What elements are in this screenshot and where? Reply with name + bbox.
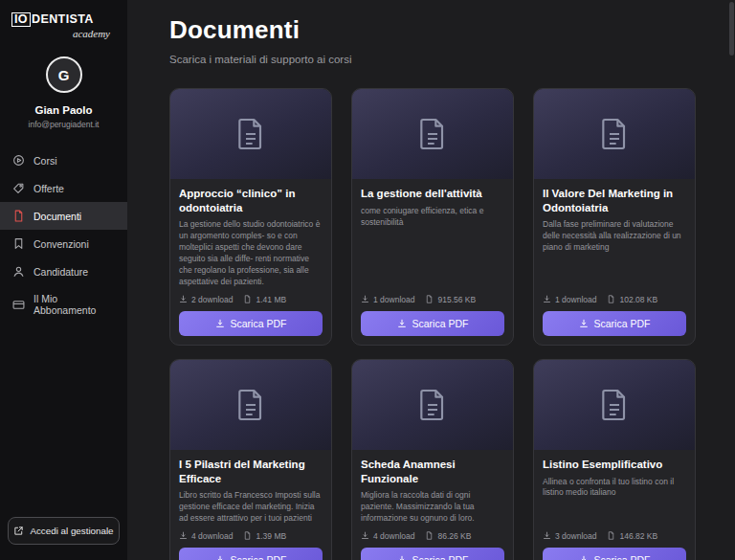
download-icon	[215, 555, 225, 560]
document-title: Scheda Anamnesi Funzionale	[361, 458, 504, 485]
download-count-text: 1 download	[555, 295, 596, 304]
file-preview-icon	[595, 386, 634, 424]
brand-logo-academy: academy	[11, 28, 116, 39]
file-size: 1.39 MB	[243, 531, 286, 541]
file-size: 1.41 MB	[243, 295, 286, 304]
file-size-text: 915.56 KB	[437, 295, 476, 304]
scrollbar[interactable]	[729, 2, 734, 56]
file-preview-icon	[232, 386, 270, 424]
sidebar-item-candidature[interactable]: Candidature	[0, 258, 127, 285]
document-thumbnail	[170, 360, 331, 450]
user-profile: G Gian Paolo info@perugiadent.it	[0, 43, 127, 146]
file-size: 86.26 KB	[425, 531, 471, 541]
scarica-pdf-button[interactable]: Scarica PDF	[361, 548, 504, 560]
scarica-pdf-label: Scarica PDF	[231, 318, 287, 329]
document-title: Il Valore Del Marketing in Odontoiatria	[543, 187, 686, 214]
document-meta: 4 download 1.39 MB	[179, 531, 323, 541]
scarica-pdf-label: Scarica PDF	[412, 318, 469, 329]
document-meta: 1 download 102.08 KB	[543, 295, 686, 304]
card-body: Scheda Anamnesi Funzionale Migliora la r…	[352, 450, 513, 560]
user-email: info@perugiadent.it	[6, 120, 122, 129]
documents-grid: Approccio “clinico” in odontoiatria La g…	[169, 88, 716, 560]
file-icon	[607, 531, 615, 540]
accedi-gestionale-button[interactable]: Accedi al gestionale	[8, 517, 120, 545]
download-count: 3 download	[543, 531, 596, 541]
document-description: Dalla fase preliminare di valutazione de…	[543, 219, 686, 287]
file-icon	[425, 531, 434, 540]
download-icon	[579, 555, 589, 560]
sidebar-item-corsi[interactable]: Corsi	[0, 146, 127, 174]
file-size-text: 1.39 MB	[256, 531, 286, 541]
external-link-icon	[13, 526, 24, 536]
download-icon	[543, 295, 551, 303]
card-body: Il Valore Del Marketing in Odontoiatria …	[534, 179, 695, 345]
download-count-text: 4 download	[191, 531, 233, 541]
download-count-text: 2 download	[191, 295, 233, 304]
file-size-text: 102.08 KB	[619, 295, 657, 304]
scarica-pdf-button[interactable]: Scarica PDF	[179, 311, 323, 336]
main-content: Documenti Scarica i materiali di support…	[127, 0, 735, 560]
download-count-text: 1 download	[373, 295, 414, 304]
brand-logo: IODENTISTA academy	[0, 0, 127, 43]
sidebar-item-documenti[interactable]: Documenti	[0, 202, 127, 230]
logo-io-box: IO	[11, 12, 31, 27]
document-title: I 5 Pilastri del Marketing Efficace	[179, 458, 323, 485]
file-size-text: 146.82 KB	[619, 531, 657, 541]
document-description: La gestione dello studio odontoiatrico è…	[179, 219, 323, 287]
app-window: IODENTISTA academy G Gian Paolo info@per…	[0, 0, 735, 560]
play-icon	[12, 154, 25, 167]
file-icon	[425, 295, 434, 303]
sidebar-item-label: Convenzioni	[33, 238, 89, 250]
file-size-text: 86.26 KB	[437, 531, 471, 541]
user-name: Gian Paolo	[6, 104, 122, 116]
document-card: Il Valore Del Marketing in Odontoiatria …	[533, 88, 696, 346]
scarica-pdf-label: Scarica PDF	[412, 554, 469, 560]
download-icon	[361, 531, 369, 540]
download-icon	[397, 319, 407, 328]
download-icon	[579, 319, 589, 328]
download-icon	[179, 295, 188, 303]
download-icon	[543, 531, 551, 540]
sidebar-item-offerte[interactable]: Offerte	[0, 174, 127, 202]
scarica-pdf-button[interactable]: Scarica PDF	[543, 548, 686, 560]
document-meta: 2 download 1.41 MB	[179, 295, 323, 304]
logo-rest: DENTISTA	[32, 12, 94, 26]
avatar: G	[46, 56, 82, 93]
download-count: 2 download	[179, 295, 233, 304]
document-title: La gestione dell'attività	[361, 187, 504, 201]
sidebar-item-convenzioni[interactable]: Convenzioni	[0, 230, 127, 258]
document-title: Approccio “clinico” in odontoiatria	[179, 187, 323, 214]
page-title: Documenti	[169, 15, 716, 45]
scarica-pdf-button[interactable]: Scarica PDF	[543, 311, 686, 336]
download-icon	[397, 555, 407, 560]
brand-logo-text: IODENTISTA	[11, 12, 116, 27]
file-size: 915.56 KB	[425, 295, 476, 304]
document-meta: 1 download 915.56 KB	[361, 295, 504, 304]
accedi-gestionale-label: Accedi al gestionale	[30, 526, 113, 536]
card-body: Listino Esemplificativo Allinea o confro…	[534, 450, 695, 560]
download-icon	[215, 319, 225, 328]
document-card: La gestione dell'attività come coniugare…	[351, 88, 514, 346]
sidebar-item-abbonamento[interactable]: Il Mio Abbonamento	[0, 285, 127, 324]
download-count-text: 3 download	[555, 531, 596, 541]
document-meta: 3 download 146.82 KB	[543, 531, 686, 541]
document-description: Libro scritto da Francesco Imposti sulla…	[179, 490, 323, 525]
document-thumbnail	[534, 360, 695, 450]
file-preview-icon	[595, 115, 634, 153]
scarica-pdf-button[interactable]: Scarica PDF	[179, 548, 323, 560]
document-title: Listino Esemplificativo	[543, 458, 686, 472]
scarica-pdf-button[interactable]: Scarica PDF	[361, 311, 504, 336]
document-thumbnail	[352, 360, 513, 450]
document-icon	[12, 210, 25, 222]
download-icon	[179, 531, 188, 540]
download-count: 4 download	[361, 531, 414, 541]
scarica-pdf-label: Scarica PDF	[231, 554, 287, 560]
file-preview-icon	[413, 115, 452, 153]
file-icon	[243, 295, 252, 303]
document-card: Scheda Anamnesi Funzionale Migliora la r…	[351, 359, 514, 560]
file-size: 102.08 KB	[607, 295, 657, 304]
document-thumbnail	[170, 89, 331, 179]
download-icon	[361, 295, 369, 303]
file-icon	[607, 295, 615, 303]
document-meta: 4 download 86.26 KB	[361, 531, 504, 541]
